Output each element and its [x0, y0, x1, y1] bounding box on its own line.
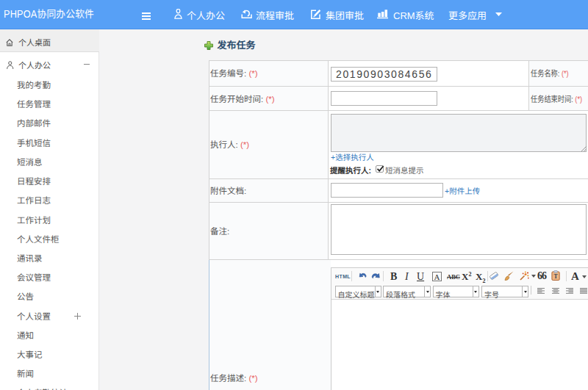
svg-text:T: T	[553, 273, 558, 280]
